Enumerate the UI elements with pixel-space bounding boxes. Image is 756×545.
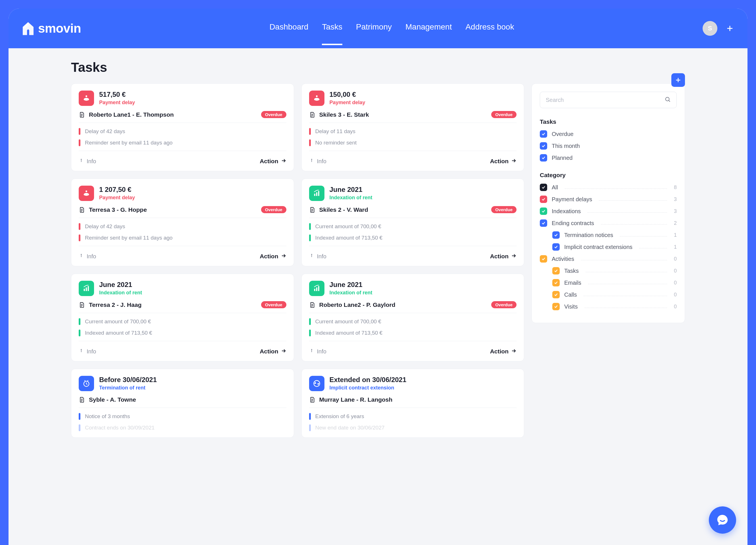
add-task-button[interactable] xyxy=(671,73,685,87)
category-checkbox-row[interactable]: Calls 0 xyxy=(552,291,677,298)
brand-logo[interactable]: smovin xyxy=(23,21,81,36)
dotted-line xyxy=(565,189,667,189)
task-detail-row: Reminder sent by email 11 days ago xyxy=(79,139,286,146)
document-icon xyxy=(79,396,85,403)
avatar[interactable]: S xyxy=(703,21,717,36)
nav-patrimony[interactable]: Patrimony xyxy=(356,22,392,34)
divider xyxy=(79,246,286,246)
arrow-right-icon xyxy=(281,348,286,355)
main-nav: Dashboard Tasks Patrimony Management Add… xyxy=(269,22,514,34)
action-button[interactable]: Action xyxy=(260,253,286,260)
dotted-line xyxy=(586,272,667,272)
card-header: 1 207,50 € Payment delay xyxy=(79,186,286,201)
info-button[interactable]: Info xyxy=(79,253,96,260)
info-button[interactable]: Info xyxy=(309,253,326,260)
filter-checkbox-row[interactable]: Planned xyxy=(540,154,677,162)
property-row: Roberto Lane2 - P. Gaylord Overdue xyxy=(309,301,517,308)
nav-address-book[interactable]: Address book xyxy=(465,22,514,34)
card-header: Extended on 30/06/2021 Implicit contract… xyxy=(309,376,517,391)
card-header: 517,50 € Payment delay xyxy=(79,91,286,106)
task-detail-row: Delay of 42 days xyxy=(79,223,286,230)
task-type-icon xyxy=(309,186,324,201)
category-checkbox-row[interactable]: Activities 0 xyxy=(540,255,677,263)
category-checkbox-row[interactable]: Visits 0 xyxy=(552,303,677,310)
property-row: Terresa 3 - G. Hoppe Overdue xyxy=(79,206,286,213)
category-label: Payment delays xyxy=(552,196,592,203)
search-icon xyxy=(665,96,671,104)
divider xyxy=(309,151,517,151)
task-detail-row: Current amount of 700,00 € xyxy=(79,318,286,325)
task-detail-row: Delay of 11 days xyxy=(309,128,517,135)
action-button[interactable]: Action xyxy=(490,348,517,355)
nav-dashboard[interactable]: Dashboard xyxy=(269,22,308,34)
task-title: Before 30/06/2021 xyxy=(99,376,157,384)
filter-checkbox-row[interactable]: Overdue xyxy=(540,130,677,138)
dotted-line xyxy=(588,212,667,213)
task-card: 517,50 € Payment delay Roberto Lane1 - E… xyxy=(71,84,294,171)
search-input[interactable] xyxy=(546,97,665,103)
task-detail-row: Extension of 6 years xyxy=(309,413,517,420)
task-detail-text: Current amount of 700,00 € xyxy=(85,318,151,325)
category-count: 1 xyxy=(674,244,677,250)
checkbox-icon xyxy=(540,220,547,227)
category-count: 3 xyxy=(674,197,677,203)
nav-management[interactable]: Management xyxy=(405,22,452,34)
search-box[interactable] xyxy=(540,92,677,108)
property-row: Terresa 2 - J. Haag Overdue xyxy=(79,301,286,308)
info-button[interactable]: Info xyxy=(79,158,96,165)
stripe-indicator xyxy=(79,329,80,336)
property-name: Murray Lane - R. Langosh xyxy=(319,396,517,403)
category-checkbox-row[interactable]: Implicit contract extensions 1 xyxy=(552,243,677,251)
status-badge: Overdue xyxy=(261,301,286,308)
task-subtitle: Termination of rent xyxy=(99,385,157,391)
nav-tasks[interactable]: Tasks xyxy=(322,22,342,34)
category-checkbox-row[interactable]: Tasks 0 xyxy=(552,267,677,274)
action-button[interactable]: Action xyxy=(490,253,517,260)
add-global-button[interactable] xyxy=(726,23,733,34)
task-detail-row: Reminder sent by email 11 days ago xyxy=(79,235,286,241)
property-row: Murray Lane - R. Langosh xyxy=(309,396,517,403)
task-detail-text: Current amount of 700,00 € xyxy=(315,224,381,230)
property-name: Roberto Lane1 - E. Thompson xyxy=(89,111,257,118)
task-detail-row: Notice of 3 months xyxy=(79,413,286,420)
info-button[interactable]: Info xyxy=(79,348,96,355)
svg-rect-37 xyxy=(88,286,89,291)
checkbox-icon xyxy=(540,142,547,150)
card-header: June 2021 Indexation of rent xyxy=(309,281,517,296)
info-button[interactable]: Info xyxy=(309,158,326,165)
divider xyxy=(309,313,517,313)
task-detail-row: Delay of 42 days xyxy=(79,128,286,135)
category-checkbox-row[interactable]: Indexations 3 xyxy=(540,208,677,215)
arrow-right-icon xyxy=(281,253,286,260)
svg-point-53 xyxy=(311,349,312,350)
info-label: Info xyxy=(87,253,96,260)
info-label: Info xyxy=(87,348,96,355)
category-count: 2 xyxy=(674,220,677,226)
chat-button[interactable] xyxy=(709,506,736,534)
task-title: 517,50 € xyxy=(99,91,135,99)
category-checkbox-row[interactable]: Termination notices 1 xyxy=(552,231,677,239)
app-window: smovin Dashboard Tasks Patrimony Managem… xyxy=(9,9,747,545)
page-title: Tasks xyxy=(71,60,685,75)
category-checkbox-row[interactable]: Payment delays 3 xyxy=(540,196,677,203)
svg-point-18 xyxy=(86,191,87,192)
action-button[interactable]: Action xyxy=(490,158,517,165)
category-count: 3 xyxy=(674,208,677,214)
filter-checkbox-row[interactable]: This month xyxy=(540,142,677,150)
category-label: All xyxy=(552,184,558,191)
category-label: Activities xyxy=(552,256,574,262)
card-header: June 2021 Indexation of rent xyxy=(309,186,517,201)
filter-label: This month xyxy=(552,143,677,149)
action-button[interactable]: Action xyxy=(260,158,286,165)
task-subtitle: Payment delay xyxy=(330,100,365,106)
task-detail-text: Indexed amount of 713,50 € xyxy=(85,330,152,336)
category-checkbox-row[interactable]: All 8 xyxy=(540,184,677,191)
info-button[interactable]: Info xyxy=(309,348,326,355)
category-checkbox-row[interactable]: Emails 0 xyxy=(552,279,677,286)
task-type-icon xyxy=(79,376,94,391)
svg-marker-28 xyxy=(318,190,319,191)
action-button[interactable]: Action xyxy=(260,348,286,355)
category-checkbox-row[interactable]: Ending contracts 2 xyxy=(540,220,677,227)
arrow-right-icon xyxy=(511,348,517,355)
stripe-indicator xyxy=(79,413,80,420)
